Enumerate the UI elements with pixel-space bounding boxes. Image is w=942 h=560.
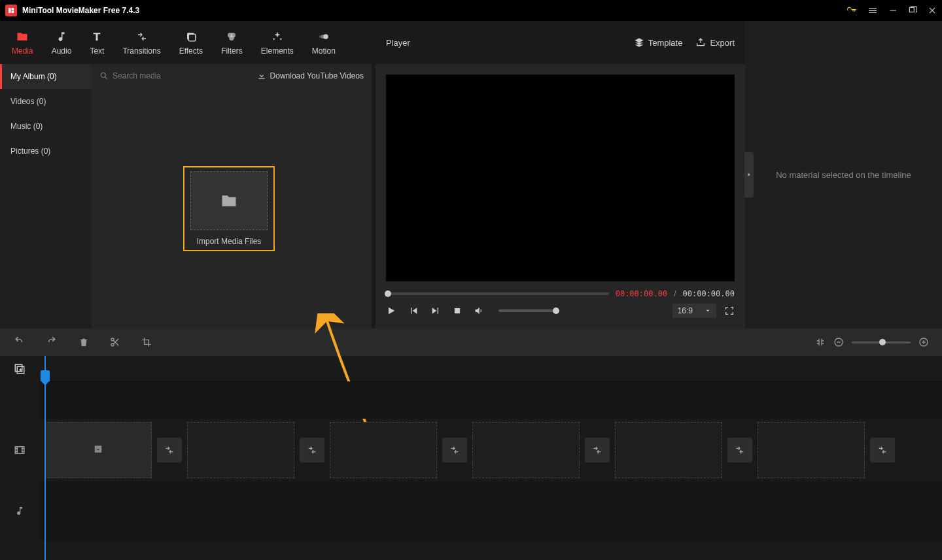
tab-transitions[interactable]: Transitions — [113, 24, 169, 61]
folder-icon — [16, 29, 29, 44]
clip-slot[interactable] — [187, 422, 294, 478]
inspector-collapse-handle[interactable] — [744, 152, 754, 198]
svg-rect-0 — [890, 10, 896, 10]
hamburger-menu-icon[interactable] — [867, 5, 878, 16]
video-preview[interactable] — [386, 75, 735, 281]
sparkle-icon — [271, 29, 283, 44]
svg-point-10 — [101, 73, 105, 77]
add-track-button[interactable] — [0, 356, 39, 382]
tab-media[interactable]: Media — [3, 24, 43, 61]
clip-slot[interactable] — [758, 422, 865, 478]
tab-label: Audio — [52, 46, 72, 56]
tab-label: Media — [12, 46, 33, 56]
svg-rect-3 — [188, 34, 196, 41]
template-button[interactable]: Template — [634, 37, 683, 48]
fullscreen-button[interactable] — [724, 306, 735, 316]
clip-slot[interactable] — [44, 422, 152, 478]
text-icon — [91, 29, 103, 44]
transition-slot[interactable] — [442, 438, 467, 463]
next-frame-button[interactable] — [430, 306, 441, 316]
playhead[interactable] — [44, 356, 46, 560]
sidebar-item-videos[interactable]: Videos (0) — [0, 89, 92, 114]
tab-elements[interactable]: Elements — [252, 24, 303, 61]
crop-button[interactable] — [141, 337, 152, 347]
transition-slot[interactable] — [157, 438, 182, 463]
svg-rect-1 — [909, 7, 914, 12]
tab-label: Motion — [312, 46, 336, 56]
player-title: Player — [386, 38, 634, 48]
sidebar-item-music[interactable]: Music (0) — [0, 114, 92, 139]
play-button[interactable] — [386, 306, 396, 316]
stop-button[interactable] — [453, 306, 462, 315]
app-title: MiniTool MovieMaker Free 7.4.3 — [22, 6, 846, 15]
redo-button[interactable] — [46, 336, 58, 348]
sidebar-item-pictures[interactable]: Pictures (0) — [0, 139, 92, 164]
undo-button[interactable] — [13, 336, 25, 348]
video-track-icon — [0, 419, 39, 481]
tab-label: Filters — [221, 46, 243, 56]
import-media-button[interactable]: Import Media Files — [183, 166, 275, 251]
maximize-icon[interactable] — [908, 6, 917, 15]
timeline-toolbar — [0, 328, 942, 356]
upgrade-key-icon[interactable] — [846, 5, 857, 16]
zoom-in-button[interactable] — [918, 337, 929, 347]
prev-frame-button[interactable] — [408, 306, 419, 316]
minimize-icon[interactable] — [888, 6, 898, 15]
motion-icon — [318, 29, 330, 44]
zoom-out-button[interactable] — [833, 337, 844, 347]
svg-rect-15 — [837, 341, 840, 342]
download-label: Download YouTube Videos — [270, 71, 364, 80]
svg-point-6 — [230, 36, 235, 41]
inspector-panel: No material selected on the timeline — [745, 21, 942, 328]
overlay-track[interactable] — [39, 382, 942, 419]
tab-filters[interactable]: Filters — [212, 24, 252, 61]
media-sidebar: My Album (0) Videos (0) Music (0) Pictur… — [0, 64, 92, 328]
tab-motion[interactable]: Motion — [303, 24, 345, 61]
transition-slot[interactable] — [300, 438, 324, 463]
time-separator: / — [674, 289, 676, 298]
tab-audio[interactable]: Audio — [43, 24, 81, 61]
delete-button[interactable] — [78, 337, 89, 347]
tab-text[interactable]: Text — [80, 24, 113, 61]
tab-label: Elements — [261, 46, 294, 56]
clip-slot[interactable] — [615, 422, 722, 478]
tab-label: Text — [90, 46, 104, 56]
download-youtube-link[interactable]: Download YouTube Videos — [257, 71, 364, 80]
effects-icon — [185, 29, 197, 44]
search-icon — [99, 71, 109, 80]
aspect-ratio-select[interactable]: 16:9 — [672, 304, 716, 318]
volume-slider[interactable] — [498, 309, 557, 312]
export-button[interactable]: Export — [695, 37, 735, 48]
player-progress-bar[interactable] — [386, 292, 609, 295]
transition-slot[interactable] — [585, 438, 610, 463]
music-note-icon — [56, 29, 67, 44]
clip-slot[interactable] — [472, 422, 580, 478]
export-label: Export — [710, 38, 735, 48]
import-label: Import Media Files — [197, 237, 262, 246]
volume-button[interactable] — [474, 306, 484, 316]
clip-slot[interactable] — [330, 422, 437, 478]
audio-track-icon — [0, 481, 39, 540]
search-input[interactable] — [113, 71, 217, 80]
timeline — [0, 356, 942, 560]
tab-effects[interactable]: Effects — [170, 24, 212, 61]
transition-slot[interactable] — [727, 438, 752, 463]
zoom-slider[interactable] — [852, 341, 911, 343]
chevron-down-icon — [705, 307, 711, 314]
svg-point-9 — [319, 35, 322, 39]
inspector-empty-text: No material selected on the timeline — [776, 170, 911, 180]
sidebar-item-my-album[interactable]: My Album (0) — [0, 64, 92, 89]
timeline-ruler[interactable] — [39, 356, 942, 382]
video-track[interactable] — [39, 419, 942, 481]
transition-slot[interactable] — [870, 438, 895, 463]
library-panel: Media Audio Text Transitions Effects Fil… — [0, 21, 372, 328]
auto-fit-button[interactable] — [815, 337, 826, 347]
folder-icon — [220, 192, 238, 210]
close-icon[interactable] — [928, 6, 937, 15]
app-logo — [5, 5, 17, 16]
layers-icon — [634, 37, 644, 48]
split-button[interactable] — [110, 337, 120, 347]
titlebar: MiniTool MovieMaker Free 7.4.3 — [0, 0, 942, 21]
audio-track[interactable] — [39, 481, 942, 540]
tab-label: Effects — [179, 46, 203, 56]
